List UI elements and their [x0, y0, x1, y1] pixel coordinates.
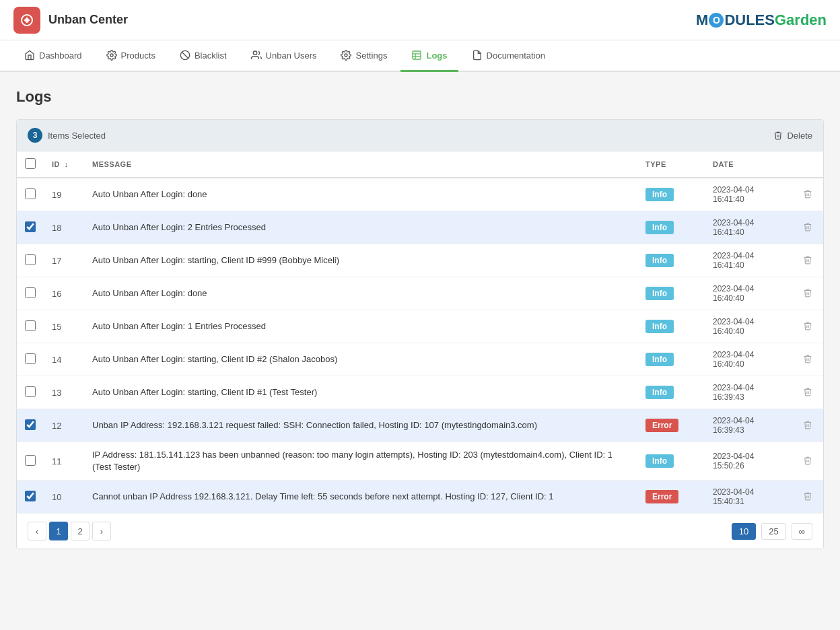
delete-row-button-13[interactable]: [800, 384, 815, 401]
page-size-options: 10 25 ∞: [732, 523, 812, 540]
col-header-type: TYPE: [637, 151, 705, 178]
pagination-next[interactable]: ›: [92, 522, 111, 540]
row-date-cell: 2023-04-0415:40:31: [705, 481, 792, 514]
svg-rect-9: [413, 51, 421, 59]
row-type-cell: Info: [637, 310, 705, 343]
delete-row-button-11[interactable]: [800, 453, 815, 470]
app-title: Unban Center: [48, 13, 128, 27]
nav-blacklist[interactable]: Blacklist: [169, 40, 238, 72]
delete-row-button-19[interactable]: [800, 186, 815, 203]
row-message-cell: Auto Unban After Login: starting, Client…: [84, 343, 637, 376]
row-date-cell: 2023-04-0416:40:40: [705, 310, 792, 343]
page-size-10[interactable]: 10: [732, 523, 756, 540]
row-action-cell: [792, 343, 823, 376]
row-checkbox-10[interactable]: [25, 491, 36, 501]
row-type-cell: Info: [637, 343, 705, 376]
users-icon: [251, 50, 262, 61]
delete-row-trash-icon: [803, 354, 812, 363]
table-body: 19 Auto Unban After Login: done Info 202…: [17, 178, 823, 513]
delete-row-button-12[interactable]: [800, 417, 815, 434]
row-checkbox-14[interactable]: [25, 353, 36, 364]
col-header-check: [17, 151, 44, 178]
nav-dashboard[interactable]: Dashboard: [13, 40, 93, 72]
row-checkbox-19[interactable]: [25, 188, 36, 199]
nav-documentation-label: Documentation: [487, 50, 545, 61]
row-action-cell: [792, 409, 823, 442]
page-size-25[interactable]: 25: [761, 523, 785, 540]
trash-icon: [773, 131, 783, 140]
logs-table-container: 3 Items Selected Delete ID ↓ ME: [16, 119, 824, 549]
page-size-infinity[interactable]: ∞: [792, 523, 812, 540]
delete-row-trash-icon: [803, 420, 812, 429]
delete-row-button-16[interactable]: [800, 285, 815, 302]
delete-selected-button[interactable]: Delete: [773, 131, 812, 141]
row-checkbox-17[interactable]: [25, 254, 36, 265]
select-all-checkbox[interactable]: [25, 158, 36, 169]
row-type-cell: Info: [637, 376, 705, 409]
nav-settings[interactable]: Settings: [330, 40, 398, 72]
settings-gear-icon: [341, 50, 351, 61]
col-header-message: MESSAGE: [84, 151, 637, 178]
delete-row-trash-icon: [803, 387, 812, 396]
row-date-cell: 2023-04-0416:39:43: [705, 376, 792, 409]
row-message-cell: Auto Unban After Login: done: [84, 178, 637, 211]
logs-list-icon: [411, 50, 422, 61]
pagination-page-2[interactable]: 2: [71, 522, 90, 540]
delete-row-trash-icon: [803, 456, 812, 465]
row-type-cell: Info: [637, 244, 705, 277]
row-checkbox-18[interactable]: [25, 221, 36, 232]
pagination-pages: ‹ 1 2 ›: [28, 522, 111, 540]
nav-documentation[interactable]: Documentation: [461, 40, 556, 72]
delete-row-trash-icon: [803, 491, 812, 501]
row-action-cell: [792, 277, 823, 310]
nav-dashboard-label: Dashboard: [39, 50, 82, 61]
col-header-action: [792, 151, 823, 178]
logs-table: ID ↓ MESSAGE TYPE DATE 19 Auto Unban Aft…: [17, 151, 823, 513]
row-date-cell: 2023-04-0416:41:40: [705, 211, 792, 244]
row-checkbox-15[interactable]: [25, 320, 36, 331]
ban-icon: [180, 50, 190, 61]
table-row: 12 Unban IP Address: 192.168.3.121 reque…: [17, 409, 823, 442]
nav-products[interactable]: Products: [96, 40, 166, 72]
nav-unban-users[interactable]: Unban Users: [240, 40, 328, 72]
row-date-cell: 2023-04-0415:50:26: [705, 442, 792, 481]
delete-row-button-10[interactable]: [800, 489, 815, 505]
col-header-id[interactable]: ID ↓: [44, 151, 84, 178]
row-checkbox-11[interactable]: [25, 455, 36, 466]
row-checkbox-16[interactable]: [25, 287, 36, 298]
row-message-cell: Auto Unban After Login: starting, Client…: [84, 244, 637, 277]
table-header-row: ID ↓ MESSAGE TYPE DATE: [17, 151, 823, 178]
nav-logs[interactable]: Logs: [400, 40, 458, 72]
row-message-cell: Auto Unban After Login: 1 Entries Proces…: [84, 310, 637, 343]
table-row: 11 IP Address: 181.15.141.123 has been u…: [17, 442, 823, 481]
row-date-cell: 2023-04-0416:41:40: [705, 244, 792, 277]
row-action-cell: [792, 310, 823, 343]
table-row: 19 Auto Unban After Login: done Info 202…: [17, 178, 823, 211]
delete-row-button-14[interactable]: [800, 351, 815, 368]
main-content: Logs 3 Items Selected Delete ID: [0, 72, 840, 565]
row-check-cell: [17, 310, 44, 343]
delete-row-button-18[interactable]: [800, 219, 815, 236]
delete-row-trash-icon: [803, 288, 812, 298]
type-badge: Info: [645, 320, 674, 333]
col-header-date: DATE: [705, 151, 792, 178]
nav-products-label: Products: [121, 50, 155, 61]
pagination-page-1[interactable]: 1: [49, 522, 68, 540]
type-badge: Info: [645, 287, 674, 300]
pagination-prev[interactable]: ‹: [28, 522, 46, 540]
svg-point-4: [110, 54, 113, 57]
app-logo: [13, 7, 40, 34]
delete-row-trash-icon: [803, 321, 812, 330]
delete-row-button-17[interactable]: [800, 252, 815, 269]
row-checkbox-13[interactable]: [25, 386, 36, 397]
type-badge: Info: [645, 221, 674, 234]
type-badge: Info: [645, 254, 674, 267]
table-row: 16 Auto Unban After Login: done Info 202…: [17, 277, 823, 310]
row-check-cell: [17, 409, 44, 442]
row-checkbox-12[interactable]: [25, 419, 36, 430]
header-left: Unban Center: [13, 7, 128, 34]
delete-row-button-15[interactable]: [800, 318, 815, 335]
row-message-cell: IP Address: 181.15.141.123 has been unba…: [84, 442, 637, 481]
row-id-cell: 10: [44, 481, 84, 514]
row-action-cell: [792, 244, 823, 277]
